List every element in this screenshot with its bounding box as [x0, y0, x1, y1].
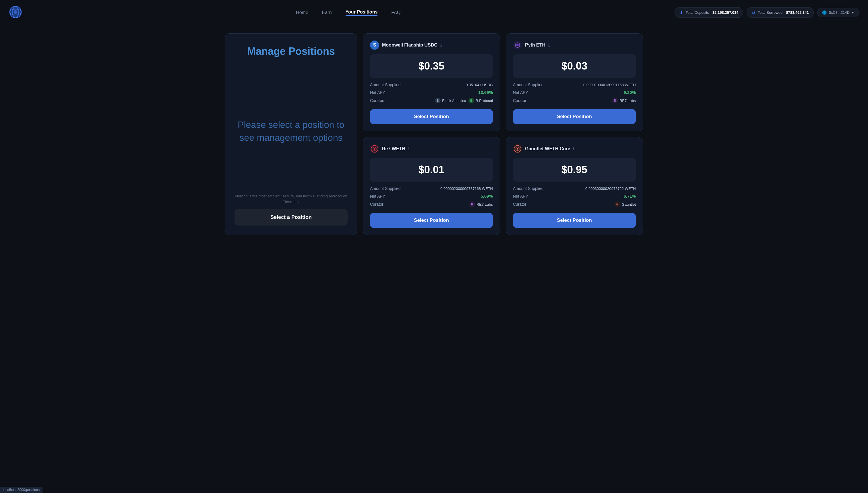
pyth-logo — [513, 41, 522, 50]
re7-info-icon[interactable]: ℹ — [408, 147, 410, 151]
select-position-moonwell-button[interactable]: Select Position — [370, 109, 493, 124]
position-card-gauntlet-weth: Gauntlet WETH Core ℹ $0.95 Amount Suppli… — [506, 137, 643, 235]
nav-your-positions[interactable]: Your Positions — [346, 9, 378, 16]
gauntlet-info-icon[interactable]: ℹ — [573, 147, 574, 151]
select-a-position-button[interactable]: Select a Position — [234, 209, 348, 226]
moonwell-info-icon[interactable]: ℹ — [440, 43, 442, 47]
select-position-gauntlet-button[interactable]: Select Position — [513, 213, 636, 228]
curator-block-analitica: B Block Analitica — [435, 98, 466, 103]
re7-details: Amount Supplied 0.000002000009787168 WET… — [370, 186, 493, 207]
moonwell-apy-label: Net APY — [370, 90, 385, 95]
wallet-address: 0xC7...214D — [829, 10, 850, 15]
re7-weth-name: RE7 Labs — [477, 202, 493, 207]
pyth-apy-label: Net APY — [513, 90, 528, 95]
svg-point-4 — [14, 10, 17, 14]
moonwell-value-box: $0.35 — [370, 54, 493, 78]
network-icon: 🌐 — [822, 10, 827, 15]
nav-right: ⬇ Total Deposits $2,158,357,034 ⇄ Total … — [675, 7, 859, 18]
moonwell-usdc-title: Moonwell Flagship USDC — [382, 43, 437, 48]
re7-value-box: $0.01 — [370, 158, 493, 181]
re7-curator-row: Curator R RE7 Labs — [370, 201, 493, 207]
moonwell-apy-value: 13.69% — [478, 90, 493, 95]
gauntlet-amount-label: Amount Supplied — [513, 186, 544, 191]
re7-weth-icon: R — [469, 201, 475, 207]
status-bar-text: localhost:3000/positions — [3, 488, 40, 492]
moonwell-curators-label: Curators — [370, 98, 386, 103]
nav-home[interactable]: Home — [296, 10, 308, 15]
logo[interactable] — [9, 6, 22, 20]
pyth-curators: R RE7 Labs — [612, 98, 636, 103]
re7-value: $0.01 — [418, 164, 444, 175]
pyth-amount-row: Amount Supplied 0.000010000130901168 WET… — [513, 83, 636, 87]
moonwell-amount-value: 0.351641 USDC — [465, 83, 493, 87]
curator-gauntlet: G Gauntlet — [615, 201, 636, 207]
gauntlet-value-box: $0.95 — [513, 158, 636, 181]
pyth-curator-label: Curator — [513, 98, 526, 103]
select-position-re7-button[interactable]: Select Position — [370, 213, 493, 228]
deposits-icon: ⬇ — [680, 10, 683, 15]
manage-description: Morpho is the most efficient, secure, an… — [234, 193, 348, 205]
bprotocol-icon: B — [469, 98, 474, 103]
pyth-amount-value: 0.000010000130901168 WETH — [583, 83, 636, 87]
nav-faq[interactable]: FAQ — [391, 10, 401, 15]
select-position-pyth-button[interactable]: Select Position — [513, 109, 636, 124]
re7-amount-row: Amount Supplied 0.000002000009787168 WET… — [370, 186, 493, 191]
gauntlet-apy-row: Net APY 6.71% — [513, 194, 636, 198]
status-bar: localhost:3000/positions — [0, 487, 43, 493]
position-card-moonwell-usdc: S Moonwell Flagship USDC ℹ $0.35 Amount … — [363, 33, 500, 131]
svg-point-9 — [517, 44, 519, 46]
borrowed-icon: ⇄ — [751, 10, 755, 15]
nav-earn[interactable]: Earn — [322, 10, 332, 15]
gauntlet-logo — [513, 144, 522, 153]
page-content: Manage Positions Please select a positio… — [216, 25, 652, 243]
re7-apy-label: Net APY — [370, 194, 385, 198]
navbar: Home Earn Your Positions FAQ ⬇ Total Dep… — [0, 0, 868, 25]
gauntlet-curator-label: Curator — [513, 202, 526, 207]
re7-weth-title: Re7 WETH — [382, 146, 405, 151]
moonwell-amount-row: Amount Supplied 0.351641 USDC — [370, 83, 493, 87]
moonwell-curators: B Block Analitica B B.Protocol — [435, 98, 493, 103]
gauntlet-amount-row: Amount Supplied 0.00030000020976722 WETH — [513, 186, 636, 191]
total-deposits-label: Total Deposits — [685, 10, 709, 15]
svg-point-17 — [517, 148, 518, 150]
wallet-chevron-icon: ▾ — [852, 10, 854, 15]
re7-apy-row: Net APY 5.69% — [370, 194, 493, 198]
card-header-pyth: Pyth ETH ℹ — [513, 41, 636, 50]
moonwell-logo: S — [370, 41, 379, 50]
moonwell-apy-row: Net APY 13.69% — [370, 90, 493, 95]
manage-footer: Morpho is the most efficient, secure, an… — [234, 193, 348, 226]
pyth-amount-label: Amount Supplied — [513, 83, 544, 87]
pyth-value: $0.03 — [562, 60, 587, 72]
curator-bprotocol: B B.Protocol — [469, 98, 493, 103]
pyth-curator-row: Curator R RE7 Labs — [513, 98, 636, 103]
card-header-gauntlet: Gauntlet WETH Core ℹ — [513, 144, 636, 153]
gauntlet-curator-row: Curator G Gauntlet — [513, 201, 636, 207]
total-borrowed-badge[interactable]: ⇄ Total Borrowed $783,492,341 — [747, 7, 814, 18]
total-borrowed-label: Total Borrowed — [757, 10, 782, 15]
pyth-apy-value: 9.20% — [623, 90, 636, 95]
nav-links: Home Earn Your Positions FAQ — [296, 9, 401, 16]
manage-placeholder-text: Please select a position to see manageme… — [234, 69, 348, 193]
re7-amount-value: 0.000002000009787168 WETH — [440, 187, 493, 191]
re7-pyth-name: RE7 Labs — [619, 99, 636, 103]
block-analitica-name: Block Analitica — [442, 99, 466, 103]
moonwell-details: Amount Supplied 0.351641 USDC Net APY 13… — [370, 83, 493, 103]
wallet-button[interactable]: 🌐 0xC7...214D ▾ — [817, 8, 859, 17]
curator-re7-weth: R RE7 Labs — [469, 201, 493, 207]
total-deposits-badge[interactable]: ⬇ Total Deposits $2,158,357,034 — [675, 7, 743, 18]
moonwell-curators-row: Curators B Block Analitica B B.Protocol — [370, 98, 493, 103]
re7-curators: R RE7 Labs — [469, 201, 493, 207]
gauntlet-apy-value: 6.71% — [623, 194, 636, 198]
svg-point-13 — [374, 148, 375, 150]
position-card-pyth-eth: Pyth ETH ℹ $0.03 Amount Supplied 0.00001… — [506, 33, 643, 131]
moonwell-value: $0.35 — [418, 60, 444, 72]
curator-re7-pyth: R RE7 Labs — [612, 98, 636, 103]
pyth-info-icon[interactable]: ℹ — [548, 43, 550, 47]
gauntlet-curator-icon: G — [615, 201, 620, 207]
position-card-re7-weth: Re7 WETH ℹ $0.01 Amount Supplied 0.00000… — [363, 137, 500, 235]
bprotocol-name: B.Protocol — [476, 99, 493, 103]
gauntlet-weth-title: Gauntlet WETH Core — [525, 146, 570, 151]
gauntlet-amount-value: 0.00030000020976722 WETH — [585, 187, 636, 191]
total-borrowed-value: $783,492,341 — [786, 10, 809, 15]
pyth-eth-title: Pyth ETH — [525, 43, 545, 48]
